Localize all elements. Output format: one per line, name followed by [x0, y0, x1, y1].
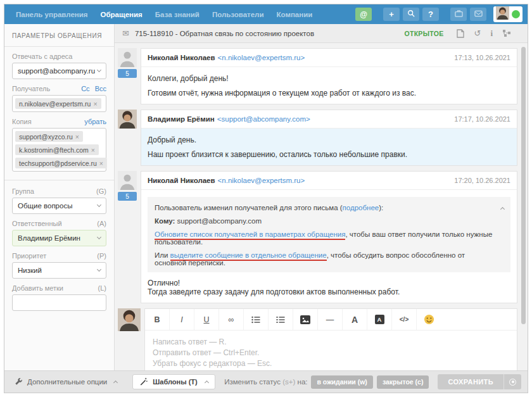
group-label: Группа [12, 187, 34, 195]
remove-copy-link[interactable]: убрать [84, 118, 106, 125]
highlight-button[interactable]: A [367, 309, 392, 330]
remove-tag-icon[interactable]: × [93, 100, 97, 108]
cases-button[interactable] [450, 8, 467, 21]
status-hotkey: (s+) [282, 378, 295, 386]
search-button[interactable] [403, 8, 419, 21]
italic-button[interactable]: I [170, 309, 194, 330]
underline-button[interactable]: U [194, 309, 219, 330]
notice-line: Обновите список получателей в параметрах… [155, 230, 494, 246]
wand-icon [139, 377, 148, 387]
message-time: 17:17, 10.26.2021 [454, 115, 510, 123]
remove-tag-icon[interactable]: × [99, 160, 103, 167]
notice-text: Или [155, 251, 170, 259]
nav-tickets[interactable]: Обращения [94, 11, 149, 18]
nav-dashboard[interactable]: Панель управления [10, 11, 94, 18]
assignee-select[interactable]: Владимир Ерёмин [12, 230, 106, 246]
group-select[interactable]: Общие вопросы [12, 198, 106, 214]
online-status-dot[interactable] [512, 10, 520, 18]
recipient-label: Получатель [12, 85, 50, 92]
message-paragraph: Добрый день. [148, 135, 510, 144]
notice-text: Пользователь изменил получателей для это… [155, 204, 343, 211]
text-color-button[interactable]: A [343, 309, 367, 330]
new-ticket-button[interactable]: + [383, 8, 400, 21]
copy-tag-text: techsupport@pdservice.ru [19, 160, 97, 167]
main-area: ПАРАМЕТРЫ ОБРАЩЕНИЯ Отвечать с адреса su… [4, 24, 528, 370]
recipient-input[interactable]: n.nikolaev@expertsm.ru× [12, 95, 106, 112]
bold-button[interactable]: B [145, 309, 170, 330]
avatar-photo [118, 110, 137, 129]
ticket-count-badge[interactable]: 5 [118, 192, 137, 201]
labels-input[interactable] [12, 294, 106, 311]
horizontal-rule-button[interactable]: — [318, 309, 343, 330]
info-icon[interactable]: i [490, 28, 493, 39]
additional-options-toggle[interactable]: Дополнительные опции [11, 377, 117, 387]
bullet-list-button[interactable] [244, 309, 269, 330]
ticket-status-badge[interactable]: ОТКРЫТОЕ [404, 30, 443, 37]
help-button[interactable]: ? [422, 8, 439, 21]
insert-image-button[interactable] [293, 309, 318, 330]
message-author: Николай Николаев [148, 177, 215, 184]
bcc-link[interactable]: Всс [95, 85, 106, 92]
save-button[interactable]: СОХРАНИТЬ [438, 374, 521, 389]
channels-button[interactable] [470, 8, 486, 21]
collapse-notice-icon[interactable] [498, 205, 504, 212]
priority-value: Низкий [18, 267, 42, 274]
copy-tag: k.kostromin@ftech.com× [15, 144, 99, 155]
history-icon[interactable]: ↺ [474, 28, 481, 38]
notice-line: Пользователь изменил получателей для это… [155, 204, 494, 211]
notice-line: Или выделите сообщение в отдельное обращ… [155, 251, 494, 267]
message-paragraph: Коллеги, добрый день! [148, 74, 510, 83]
code-button[interactable]: </> [392, 309, 417, 330]
mentions-button[interactable]: @ [355, 8, 372, 21]
reply-from-label: Отвечать с адреса [12, 53, 72, 60]
export-icon[interactable] [457, 29, 464, 38]
radio-circle-icon [509, 379, 516, 386]
user-menu[interactable] [493, 6, 522, 22]
cc-link[interactable]: Сс [81, 85, 89, 92]
search-icon [407, 9, 415, 19]
ticket-title: 715-118910 - Обратная связь по состоянию… [135, 30, 314, 37]
remove-tag-icon[interactable]: × [91, 146, 95, 154]
editor-placeholder-line: Убрать фокус с редактора — Esc. [153, 358, 509, 369]
reply-textarea[interactable]: Написать ответ — R. Отправить ответ — Ct… [145, 331, 517, 370]
nav-knowledge-base[interactable]: База знаний [149, 11, 206, 18]
avatar-placeholder [118, 171, 137, 190]
message-author-email[interactable]: <support@abcompany.com> [217, 115, 310, 123]
to-value: support@abcompany.com [177, 217, 262, 225]
nav-companies[interactable]: Компании [270, 11, 319, 18]
chevron-up-icon [205, 381, 209, 385]
copy-input[interactable]: support@xyzco.ru× k.kostromin@ftech.com×… [12, 128, 106, 172]
scrollbar-thumb[interactable] [521, 47, 526, 324]
status-pending-button[interactable]: в ожидании (w) [311, 375, 372, 389]
message-author-email[interactable]: <n.nikolaev@expertsm.ru> [218, 177, 305, 184]
numbered-list-button[interactable] [269, 309, 293, 330]
message-thread: 5 Николай Николаев <n.nikolaev@expertsm.… [115, 43, 528, 370]
reply-from-select[interactable]: support@abcompany.ru [12, 63, 106, 79]
chevron-down-icon [97, 267, 101, 272]
plus-icon: + [389, 9, 394, 19]
ticket-count-badge[interactable]: 5 [118, 69, 137, 78]
recipient-tag-text: n.nikolaev@expertsm.ru [19, 100, 91, 108]
templates-button[interactable]: Шаблоны (T) [132, 374, 215, 389]
assignee-label: Ответственный [12, 220, 62, 227]
nav-users[interactable]: Пользователи [206, 11, 270, 18]
save-and-stay-button[interactable] [504, 374, 521, 389]
priority-label: Приоритет [12, 252, 46, 260]
status-closed-button[interactable]: закрытое (c) [377, 375, 429, 389]
details-link[interactable]: подробнее [343, 204, 379, 211]
chevron-down-icon [97, 68, 101, 72]
priority-select[interactable]: Низкий [12, 262, 106, 279]
copy-tag-text: k.kostromin@ftech.com [19, 146, 89, 154]
remove-tag-icon[interactable]: × [75, 133, 79, 141]
message: 5 Николай Николаев <n.nikolaev@expertsm.… [118, 48, 517, 104]
thread-scrollbar[interactable] [521, 46, 526, 368]
group-hotkey: (G) [96, 187, 106, 195]
notice-text: ): [379, 204, 383, 211]
message-paragraph: Наш проект близится к завершению, остали… [148, 150, 510, 159]
message-time: 17:13, 10.26.2021 [454, 54, 510, 61]
merge-icon[interactable] [502, 29, 511, 37]
link-button[interactable]: ∞ [219, 309, 244, 330]
message-author-email[interactable]: <n.nikolaev@expertsm.ru> [218, 54, 305, 61]
emoji-button[interactable] [417, 309, 441, 330]
sidebar-title: ПАРАМЕТРЫ ОБРАЩЕНИЯ [4, 24, 114, 47]
